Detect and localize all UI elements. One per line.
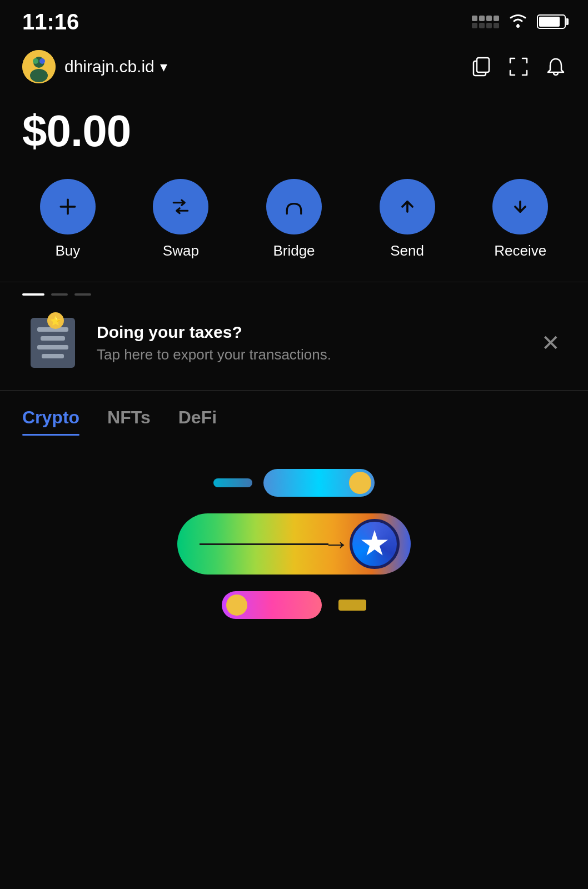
tax-banner[interactable]: ⭐ Doing your taxes? Tap here to export y… bbox=[0, 296, 588, 391]
notification-button[interactable] bbox=[546, 57, 566, 77]
buy-circle bbox=[40, 179, 96, 234]
arrow-head-icon: → bbox=[323, 531, 350, 557]
top-slider-row bbox=[22, 469, 566, 497]
receive-label: Receive bbox=[494, 242, 546, 259]
status-icons bbox=[472, 11, 566, 33]
copy-button[interactable] bbox=[471, 57, 491, 77]
bridge-circle bbox=[266, 179, 322, 234]
banner-subtitle: Tap here to export your transactions. bbox=[97, 346, 522, 363]
header: dhirajn.cb.id ▾ bbox=[0, 39, 588, 94]
main-slider-arrow: → bbox=[188, 531, 350, 557]
bridge-button[interactable]: Bridge bbox=[266, 179, 322, 259]
swap-button[interactable]: Swap bbox=[153, 179, 208, 259]
tabs-section: Crypto NFTs DeFi bbox=[0, 391, 588, 436]
tab-nfts[interactable]: NFTs bbox=[107, 407, 151, 436]
bottom-slider-thumb bbox=[226, 595, 247, 616]
star-icon bbox=[361, 530, 388, 558]
balance-section: $0.00 bbox=[0, 94, 588, 173]
main-slider[interactable]: → bbox=[177, 513, 411, 575]
balance-amount: $0.00 bbox=[22, 106, 566, 157]
svg-point-0 bbox=[516, 24, 520, 28]
action-buttons: Buy Swap Bridge Send bbox=[0, 173, 588, 282]
avatar[interactable] bbox=[22, 50, 56, 83]
bridge-label: Bridge bbox=[273, 242, 315, 259]
banner-icon: ⭐ bbox=[22, 312, 83, 373]
signal-icon bbox=[472, 16, 499, 28]
header-left: dhirajn.cb.id ▾ bbox=[22, 50, 167, 83]
tabs-row: Crypto NFTs DeFi bbox=[22, 407, 566, 436]
status-time: 11:16 bbox=[22, 9, 79, 34]
banner-star-icon: ⭐ bbox=[47, 312, 64, 329]
svg-point-4 bbox=[33, 58, 38, 64]
send-circle bbox=[380, 179, 435, 234]
send-label: Send bbox=[390, 242, 424, 259]
tab-crypto[interactable]: Crypto bbox=[22, 407, 79, 436]
svg-rect-7 bbox=[477, 58, 489, 72]
tab-defi[interactable]: DeFi bbox=[178, 407, 217, 436]
top-slider[interactable] bbox=[263, 469, 375, 497]
top-slider-thumb bbox=[349, 472, 371, 494]
swap-circle bbox=[153, 179, 208, 234]
arrow-line bbox=[200, 543, 328, 545]
banner-text: Doing your taxes? Tap here to export you… bbox=[97, 323, 522, 363]
svg-point-5 bbox=[39, 58, 45, 64]
main-slider-thumb bbox=[350, 519, 400, 569]
buy-label: Buy bbox=[55, 242, 80, 259]
status-bar: 11:16 bbox=[0, 0, 588, 39]
header-actions bbox=[471, 56, 566, 77]
slide-dots bbox=[0, 282, 588, 296]
crypto-visual: → bbox=[0, 436, 588, 652]
top-slider-label bbox=[213, 478, 252, 487]
bottom-slider-row bbox=[22, 591, 566, 619]
swap-label: Swap bbox=[163, 242, 199, 259]
banner-title: Doing your taxes? bbox=[97, 323, 522, 342]
username: dhirajn.cb.id bbox=[64, 57, 155, 76]
fullscreen-button[interactable] bbox=[508, 56, 529, 77]
buy-button[interactable]: Buy bbox=[40, 179, 96, 259]
receive-circle bbox=[492, 179, 548, 234]
username-row[interactable]: dhirajn.cb.id ▾ bbox=[64, 57, 167, 76]
bottom-right-tag bbox=[338, 600, 366, 611]
receive-button[interactable]: Receive bbox=[492, 179, 548, 259]
send-button[interactable]: Send bbox=[380, 179, 435, 259]
svg-point-3 bbox=[30, 69, 48, 82]
bottom-slider[interactable] bbox=[222, 591, 322, 619]
banner-close-button[interactable]: ✕ bbox=[536, 326, 566, 359]
battery-icon bbox=[537, 14, 566, 29]
wifi-icon bbox=[507, 11, 529, 33]
chevron-down-icon: ▾ bbox=[160, 58, 167, 76]
